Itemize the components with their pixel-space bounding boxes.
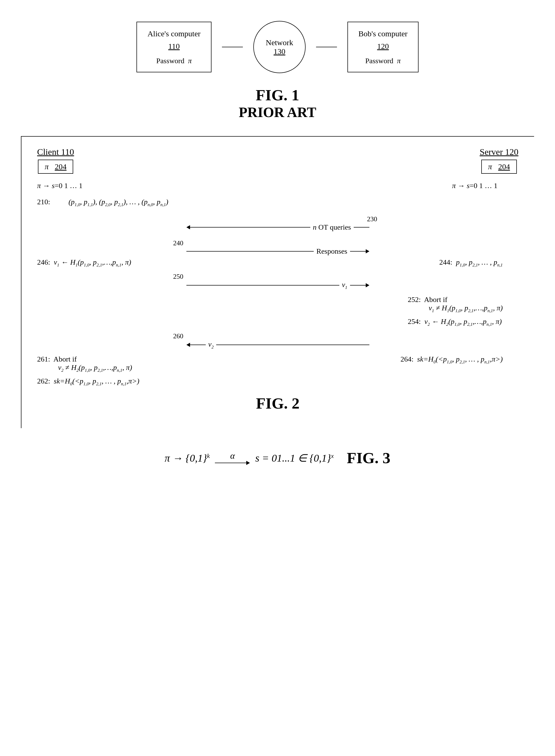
server-mapping: π → s=0 1 … 1 <box>452 182 518 190</box>
step246-num: 246: <box>37 258 50 266</box>
fig3-k-left: k <box>207 452 210 459</box>
step246-244-row: 246: v1 ← H1(p1,0, p2,1,…,pn,1, π) 244: … <box>37 258 518 268</box>
alice-password-label: Password <box>156 57 184 65</box>
step210-row: 210: (p1,0, p1,1), (p2,0, p2,1), … , (pn… <box>37 198 518 207</box>
arrow230-label: 230 <box>367 215 377 223</box>
step210-num: 210: <box>37 198 69 207</box>
client-pi-symbol: π <box>45 162 49 171</box>
arrow250-label: 250 <box>173 273 183 281</box>
step252-num: 252: <box>408 295 421 303</box>
alice-computer-box: Alice's computer 110 Password π <box>136 22 212 73</box>
server-label: Server 120 <box>480 147 518 157</box>
alice-title: Alice's computer <box>147 28 201 40</box>
arrow260-v2: v2 <box>208 340 214 350</box>
fig1-section: Alice's computer 110 Password π Network … <box>21 10 534 121</box>
client-pi-num: 204 <box>55 162 67 171</box>
client-pi-box: π 204 <box>38 159 74 174</box>
step261-num: 261: <box>37 355 50 363</box>
arrowhead-left-230 <box>186 225 190 229</box>
fig3-title: FIG. 3 <box>347 449 391 467</box>
client-header: Client 110 π 204 <box>37 147 74 174</box>
arrow-line-230 <box>190 227 310 228</box>
step264: 264: sk=H0(<p1,0, p2,1, … , pn,1,π>) <box>400 355 518 387</box>
arrow230-row: 230 n OT queries <box>37 215 518 231</box>
bob-title: Bob's computer <box>358 28 408 40</box>
step244: 244: p1,0, p2,1, … , pn,1 <box>439 258 518 268</box>
h-line-left <box>222 47 243 47</box>
step261-262: 261: Abort if v2 ≠ H2(p1,0, p2,1,…,pn,1,… <box>37 355 139 387</box>
network-bob-connector <box>316 47 337 47</box>
step252-254: 252: Abort if v1 ≠ H1(p1,0, p2,1,…,pn,1,… <box>408 295 503 327</box>
fig2-header: Client 110 π 204 Server 120 π 204 <box>37 147 518 174</box>
fig1-title: FIG. 1 <box>256 86 299 104</box>
fig3-arrow-alpha: α <box>215 451 250 465</box>
fig3-k-right: x <box>331 452 334 459</box>
network-title: Network <box>266 38 293 47</box>
step246: 246: v1 ← H1(p1,0, p2,1,…,pn,1, π) <box>37 258 131 268</box>
arrow240-text: Responses <box>316 247 347 255</box>
fig3-section: π → {0,1}k α s = 01...1 ∈ {0,1}x FIG. 3 <box>21 449 534 467</box>
h-line-right <box>316 47 337 47</box>
arrow-line-240-left <box>186 251 314 251</box>
server-header: Server 120 π 204 <box>480 147 518 174</box>
step264-num: 264: <box>400 355 414 363</box>
fig3-left: π → {0,1}k <box>165 452 210 464</box>
step252-254-row: 252: Abort if v1 ≠ H1(p1,0, p2,1,…,pn,1,… <box>37 295 518 327</box>
arrow240-row: 240 Responses <box>37 239 518 255</box>
server-pi-num: 204 <box>498 162 510 171</box>
arrow240-label: 240 <box>173 239 183 247</box>
fig1-diagram: Alice's computer 110 Password π Network … <box>136 21 419 73</box>
bob-password-label: Password <box>365 57 393 65</box>
bob-num: 120 <box>377 40 389 52</box>
fig2-title: FIG. 2 <box>37 394 518 413</box>
bob-password: Password π <box>365 55 400 67</box>
bob-computer-box: Bob's computer 120 Password π <box>347 22 419 73</box>
arrow250-row: 250 v1 <box>37 273 518 290</box>
fig1-subtitle: PRIOR ART <box>239 104 316 121</box>
alice-pi: π <box>188 57 191 65</box>
arrow260-label: 260 <box>173 332 183 340</box>
fig3-right: s = 01...1 ∈ {0,1}x <box>255 452 334 464</box>
step262-num: 262: <box>37 377 50 385</box>
step254-num: 254: <box>408 317 421 326</box>
alice-num: 110 <box>168 40 180 52</box>
alice-password: Password π <box>156 55 191 67</box>
network-num: 130 <box>273 47 285 56</box>
arrow230-text: n OT queries <box>313 223 351 231</box>
arrow250-v1: v1 <box>342 281 347 290</box>
step261-264-row: 261: Abort if v2 ≠ H2(p1,0, p2,1,…,pn,1,… <box>37 355 518 387</box>
alice-network-connector <box>222 47 243 47</box>
server-pi-symbol: π <box>488 162 492 171</box>
client-mapping: π → s=0 1 … 1 <box>37 182 83 190</box>
client-label: Client 110 <box>37 147 74 157</box>
server-pi-box: π 204 <box>481 159 517 174</box>
fig2-section: Client 110 π 204 Server 120 π 204 π → s=… <box>21 136 534 428</box>
fig3-alpha: α <box>230 451 235 461</box>
arrowhead-right-240 <box>366 249 370 253</box>
network-circle: Network 130 <box>253 21 306 73</box>
step244-num: 244: <box>439 258 452 266</box>
arrow260-row: 260 v2 <box>37 332 518 350</box>
bob-pi: π <box>397 57 401 65</box>
step210-content: (p1,0, p1,1), (p2,0, p2,1), … , (pn,0, p… <box>69 198 168 207</box>
